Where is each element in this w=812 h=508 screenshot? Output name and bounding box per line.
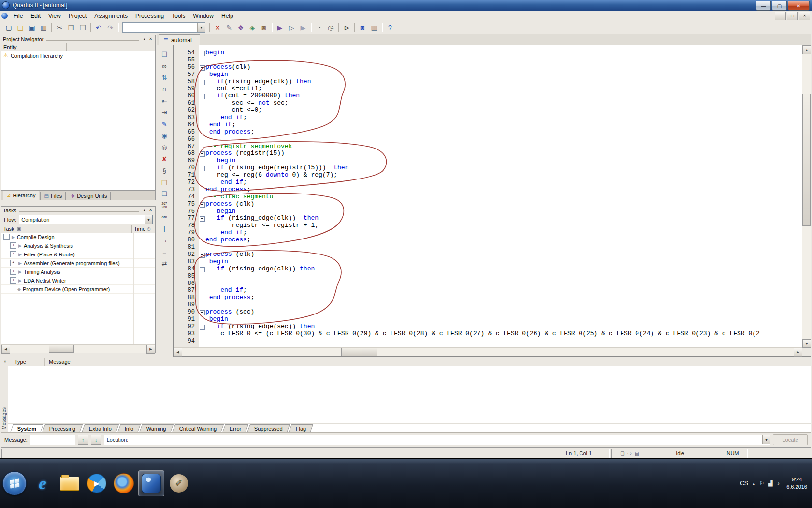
paste-button[interactable]: ❒ [77,22,88,33]
task-column[interactable]: Task ▣ [1,225,132,233]
menu-item-help[interactable]: Help [218,12,237,20]
fold-marker[interactable] [200,151,205,157]
type-column-header[interactable]: Type [8,358,45,366]
tasks-horizontal-scrollbar[interactable]: ◀ ▶ [1,344,155,353]
compilation-hierarchy-item[interactable]: ⚠ Compilation Hierarchy [1,51,155,60]
align-button[interactable]: ≡ [159,246,170,257]
menu-item-processing[interactable]: Processing [131,12,168,20]
new-file-button[interactable]: ▢ [3,22,14,33]
start-timing-button[interactable]: ▶ [297,22,309,33]
fold-marker[interactable] [200,94,205,99]
start-analysis-button[interactable]: ▷ [286,22,297,33]
messages-tab-processing[interactable]: Processing [42,424,83,433]
pin-planner-button[interactable]: ❖ [235,22,246,33]
task-row-assembler-generate-programming-files[interactable]: +▶Assembler (Generate programming files) [1,259,155,268]
tab-automat[interactable]: ≣ automat [159,34,200,45]
scroll-thumb[interactable] [341,348,377,356]
expand-box-icon[interactable]: + [10,260,16,266]
tab-stop-button[interactable]: → [159,235,170,245]
minimize-button[interactable]: — [756,1,771,11]
fold-marker[interactable] [200,310,205,315]
template-book-button[interactable]: ▤ [159,177,170,187]
messages-tab-info[interactable]: Info [117,424,141,433]
internet-explorer-button[interactable]: e [30,471,55,496]
task-row-eda-netlist-writer[interactable]: +▶EDA Netlist Writer [1,276,155,285]
insert-template-button[interactable]: { } [159,84,170,94]
cut-button[interactable]: ✂ [54,22,65,33]
find-button[interactable]: ∞ [159,60,170,71]
scroll-thumb[interactable] [49,345,74,353]
fold-marker[interactable] [200,166,205,171]
expand-box-icon[interactable]: + [10,277,16,284]
menu-item-project[interactable]: Project [65,12,90,20]
task-row-analysis-synthesis[interactable]: +▶Analysis & Synthesis [1,241,155,250]
scroll-right-arrow[interactable]: ▶ [146,345,155,354]
dropdown-arrow-icon[interactable]: ▼ [762,435,770,444]
fold-marker[interactable] [200,267,205,272]
start-button[interactable] [2,471,27,495]
editor-window-button[interactable]: ❐ [159,49,170,60]
fold-marker[interactable] [200,325,205,330]
syntax-pen-button[interactable]: ✎ [159,119,170,129]
language-indicator[interactable]: CS [740,480,748,487]
settings-button[interactable]: ✕ [212,22,223,33]
tab-design-units[interactable]: ❖Design Units [67,192,111,200]
task-row-fitter-place-route[interactable]: +▶Fitter (Place & Route) [1,250,155,259]
message-column-header[interactable]: Message [45,359,71,365]
fold-marker[interactable] [200,65,205,71]
programmer-button[interactable]: ◙ [357,22,368,33]
menu-item-assignments[interactable]: Assignments [90,12,131,20]
task-row-compile-design[interactable]: -▶Compile Design [1,233,155,241]
fold-marker[interactable] [200,253,205,258]
run-button[interactable]: ⊳ [341,22,352,33]
mdi-minimize-button[interactable]: — [775,12,786,20]
dropdown-arrow-icon[interactable]: ▼ [197,23,205,32]
grid-icon[interactable]: ▤ [635,451,639,456]
action-center-icon[interactable]: ⚐ [759,480,764,487]
maximize-button[interactable]: ▢ [772,1,787,11]
expand-box-icon[interactable]: + [10,251,16,257]
dropdown-arrow-icon[interactable]: ▼ [145,215,152,224]
collapse-panel-button[interactable]: ▴ [141,208,147,213]
editor-horizontal-scrollbar[interactable]: ◀ ▶ [174,347,802,356]
menu-item-edit[interactable]: Edit [27,12,44,20]
scroll-track[interactable] [182,348,794,356]
column-select-button[interactable]: | [159,223,170,234]
comment-button[interactable]: ab/ [159,211,170,222]
assignment-editor-button[interactable]: ✎ [223,22,235,33]
editor-vertical-scrollbar[interactable]: ▲ ▼ [802,45,811,348]
messages-tab-suppressed[interactable]: Suppressed [247,424,290,433]
clock-settings-button[interactable]: ◷ [325,22,336,33]
fold-marker[interactable] [200,80,205,85]
time-column[interactable]: Time ◷ [132,226,155,232]
messages-tab-error[interactable]: Error [222,424,249,433]
redo-button[interactable]: ↷ [104,22,116,33]
goto-window-button[interactable]: ❏ [159,188,170,199]
toolbar-combobox[interactable]: ▼ [122,22,205,33]
undo-button[interactable]: ↶ [93,22,104,33]
menu-item-window[interactable]: Window [189,12,218,20]
increase-indent-button[interactable]: ⇥ [159,107,170,118]
panel-grip[interactable] [19,209,139,212]
scroll-left-arrow[interactable]: ◀ [174,348,182,357]
scroll-thumb[interactable] [802,94,811,226]
close-panel-button[interactable]: ✕ [147,208,154,213]
jump-forward-icon[interactable]: ⇨ [628,451,632,456]
menu-item-tools[interactable]: Tools [168,12,189,20]
volume-icon[interactable]: ♪ [777,480,780,486]
find-replace-button[interactable]: ⇅ [159,72,170,83]
tab-files[interactable]: ▤Files [40,192,66,200]
task-row-timing-analysis[interactable]: +▶Timing Analysis [1,268,155,276]
flow-combobox[interactable]: Compilation ▼ [19,215,153,224]
network-icon[interactable]: ▟ [768,480,772,487]
scroll-track[interactable] [802,54,811,339]
firefox-button[interactable] [111,471,136,496]
collapse-box-icon[interactable]: - [3,234,10,240]
start-compilation-button[interactable]: ▶ [274,22,286,33]
location-combobox[interactable]: Location: ▼ [104,435,770,445]
media-player-button[interactable]: ▶ [84,471,109,496]
mdi-restore-button[interactable]: ▢ [787,12,798,20]
message-field[interactable] [30,435,75,445]
task-row-program-device-open-programmer[interactable]: ◆Program Device (Open Programmer) [1,285,155,294]
bookmark-button[interactable]: ◉ [159,130,170,141]
